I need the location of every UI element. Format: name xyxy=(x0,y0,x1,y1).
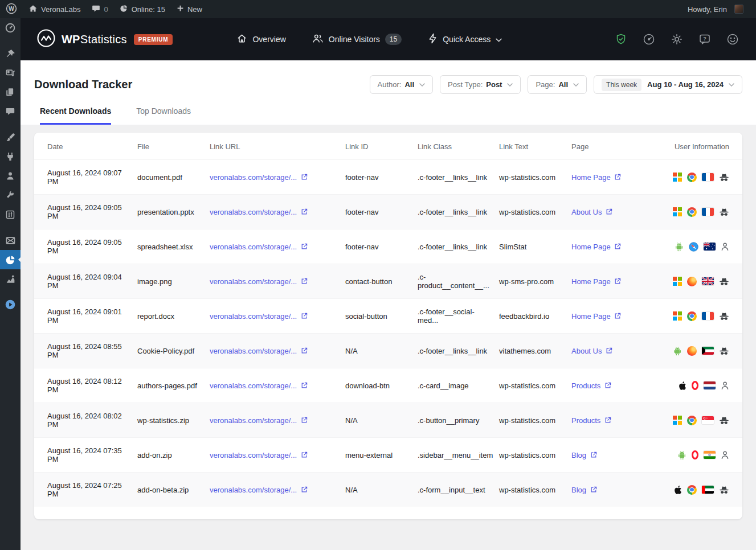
page-link[interactable]: About Us xyxy=(571,208,612,216)
singapore-flag-icon xyxy=(702,416,714,424)
tab-recent-downloads[interactable]: Recent Downloads xyxy=(40,106,111,125)
sidebar-item-analytics[interactable] xyxy=(0,269,21,289)
chrome-browser-icon xyxy=(687,173,697,182)
dashboard-icon xyxy=(5,22,16,34)
cell-user-information xyxy=(663,229,742,264)
chrome-browser-icon xyxy=(687,416,697,425)
page-link[interactable]: Products xyxy=(571,416,611,425)
cell-file: add-on-beta.zip xyxy=(137,473,210,507)
cell-link-text: wp-statistics.com xyxy=(499,160,571,195)
sidebar-item-comments[interactable] xyxy=(0,102,21,121)
user-icon xyxy=(721,242,729,251)
posts-icon xyxy=(5,48,16,59)
link-url[interactable]: veronalabs.com/storage/... xyxy=(210,486,308,494)
appearance-icon xyxy=(5,132,16,143)
uk-flag-icon xyxy=(702,277,714,285)
online-visitors-menu[interactable]: Online: 15 xyxy=(114,0,171,18)
sidebar-item-media[interactable] xyxy=(0,63,21,83)
new-menu[interactable]: New xyxy=(171,0,208,18)
page-link[interactable]: Home Page xyxy=(571,312,621,321)
col-link-class: Link Class xyxy=(418,133,499,160)
mail-icon xyxy=(5,235,16,246)
apple-os-icon xyxy=(678,381,686,391)
link-url[interactable]: veronalabs.com/storage/... xyxy=(210,173,308,182)
cell-date: August 16, 2024 09:05 PM xyxy=(34,229,137,264)
cell-user-information xyxy=(663,264,742,299)
cell-page: Home Page xyxy=(571,229,663,264)
sidebar-item-statistics[interactable] xyxy=(0,250,21,269)
page-link[interactable]: Blog xyxy=(571,486,597,494)
incognito-icon xyxy=(719,277,729,286)
sidebar-item-plugins[interactable] xyxy=(0,147,21,166)
analytics-icon xyxy=(5,274,16,285)
date-range-filter[interactable]: This week Aug 10 - Aug 16, 2024 xyxy=(594,75,742,94)
sidebar-item-mail[interactable] xyxy=(0,231,21,250)
nav-quick-access[interactable]: Quick Access xyxy=(428,33,502,46)
author-filter[interactable]: Author:All xyxy=(370,75,434,94)
online-count-label: Online: 15 xyxy=(132,5,165,14)
sidebar-item-settings[interactable] xyxy=(0,205,21,224)
cell-link-class: .c-card__image xyxy=(418,368,499,403)
page-filter[interactable]: Page:All xyxy=(528,75,587,94)
media-icon xyxy=(5,68,16,79)
cell-link-class: .c-footer__links__link xyxy=(418,195,499,229)
svg-text:?: ? xyxy=(703,36,706,42)
account-menu[interactable]: Howdy, Erin xyxy=(682,0,749,18)
link-url[interactable]: veronalabs.com/storage/... xyxy=(210,451,308,459)
sidebar-item-posts[interactable] xyxy=(0,44,21,63)
link-url[interactable]: veronalabs.com/storage/... xyxy=(210,243,308,251)
sidebar-item-play[interactable] xyxy=(0,295,21,314)
windows-os-icon xyxy=(673,416,683,425)
site-name-menu[interactable]: VeronaLabs xyxy=(23,0,86,18)
sidebar-item-appearance[interactable] xyxy=(0,128,21,147)
post-type-filter[interactable]: Post Type:Post xyxy=(440,75,521,94)
link-url[interactable]: veronalabs.com/storage/... xyxy=(210,416,308,425)
link-url[interactable]: veronalabs.com/storage/... xyxy=(210,312,308,321)
table-row: August 16, 2024 09:01 PMreport.docxveron… xyxy=(34,299,742,334)
link-url[interactable]: veronalabs.com/storage/... xyxy=(210,208,308,216)
link-url[interactable]: veronalabs.com/storage/... xyxy=(210,347,308,355)
sidebar-item-users[interactable] xyxy=(0,166,21,186)
cell-date: August 16, 2024 08:12 PM xyxy=(34,368,137,403)
comments-menu[interactable]: 0 xyxy=(86,0,113,18)
gauge-icon[interactable] xyxy=(643,33,655,46)
cell-link-url: veronalabs.com/storage/... xyxy=(210,299,345,334)
table-row: August 16, 2024 08:02 PMwp-statistics.zi… xyxy=(34,403,742,438)
page-link[interactable]: Products xyxy=(571,381,611,390)
windows-os-icon xyxy=(673,311,683,321)
wpstatistics-logo[interactable]: WPStatistics PREMIUM xyxy=(36,28,173,50)
page-link[interactable]: Home Page xyxy=(571,243,621,251)
nav-overview[interactable]: Overview xyxy=(236,33,285,46)
page-link[interactable]: About Us xyxy=(571,347,612,355)
main-content: Download Tracker Author:All Post Type:Po… xyxy=(21,60,756,550)
page-link[interactable]: Home Page xyxy=(571,277,621,286)
table-row: August 16, 2024 08:55 PMCookie-Policy.pd… xyxy=(34,334,742,368)
wordpress-logo-menu[interactable]: W xyxy=(0,0,23,18)
netherlands-flag-icon xyxy=(704,381,716,389)
cell-page: Blog xyxy=(571,438,663,473)
online-visitors-badge: 15 xyxy=(385,34,402,45)
wordpress-logo-icon: W xyxy=(6,3,17,16)
chrome-browser-icon xyxy=(687,485,697,495)
nav-online-visitors[interactable]: Online Visitors 15 xyxy=(312,33,402,46)
shield-check-icon[interactable] xyxy=(615,33,627,46)
cell-link-id: footer-nav xyxy=(345,229,418,264)
cell-link-url: veronalabs.com/storage/... xyxy=(210,403,345,438)
link-url[interactable]: veronalabs.com/storage/... xyxy=(210,381,308,390)
sidebar-item-dashboard[interactable] xyxy=(0,18,21,38)
smiley-icon[interactable] xyxy=(726,33,739,46)
link-url[interactable]: veronalabs.com/storage/... xyxy=(210,277,308,286)
page-link[interactable]: Blog xyxy=(571,451,597,459)
help-icon[interactable]: ? xyxy=(698,33,711,46)
cell-user-information xyxy=(663,334,742,368)
tools-icon xyxy=(5,190,15,200)
cell-date: August 16, 2024 09:01 PM xyxy=(34,299,137,334)
sidebar-item-tools[interactable] xyxy=(0,186,21,205)
cell-page: Home Page xyxy=(571,264,663,299)
gear-icon[interactable] xyxy=(671,33,683,46)
page-link[interactable]: Home Page xyxy=(571,173,621,182)
pages-icon xyxy=(5,87,15,97)
tab-top-downloads[interactable]: Top Downloads xyxy=(136,106,191,125)
sidebar-item-pages[interactable] xyxy=(0,83,21,102)
col-page: Page xyxy=(571,133,663,160)
